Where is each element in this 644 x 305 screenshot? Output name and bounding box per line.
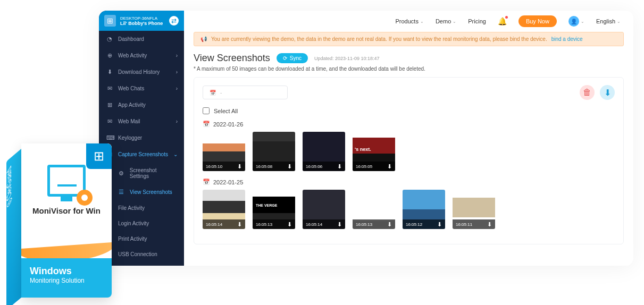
nav-pricing[interactable]: Pricing xyxy=(468,18,486,24)
user-menu[interactable]: 👤 ⌄ xyxy=(568,16,584,27)
trash-icon: 🗑 xyxy=(583,88,591,97)
thumbnail-bar: 16:05:12⬇ xyxy=(403,219,445,229)
bind-device-link[interactable]: bind a device xyxy=(551,36,583,42)
nav-icon: ◔ xyxy=(106,36,113,43)
nav-label: Keylogger xyxy=(118,135,142,141)
date-group: 📅2022-01-2516:05:14⬇16:05:13⬇16:05:14⬇16… xyxy=(203,179,615,229)
download-icon[interactable]: ⬇ xyxy=(437,221,442,228)
sidebar-item-app-activity[interactable]: ⊞App Activity xyxy=(99,97,184,113)
updated-text: Updated: 2023-11-09 10:18:47 xyxy=(314,56,380,61)
download-icon[interactable]: ⬇ xyxy=(337,163,342,170)
buy-now-button[interactable]: Buy Now xyxy=(518,15,557,27)
bell-icon[interactable]: 🔔 xyxy=(498,17,507,26)
thumbnail-time: 16:05:06 xyxy=(306,164,322,169)
sidebar-item-web-mail[interactable]: ✉Web Mail› xyxy=(99,113,184,130)
device-info: DESKTOP-36NFLA Lil' Bobby's Phone xyxy=(120,16,165,26)
sidebar-item-file-activity[interactable]: File Activity xyxy=(99,200,184,216)
chevron-icon: › xyxy=(176,86,178,91)
thumbnail-bar: 16:05:08⬇ xyxy=(253,162,295,171)
delete-button[interactable]: 🗑 xyxy=(580,85,595,100)
nav-label: Capture Screenshots xyxy=(118,151,168,157)
thumbnail-time: 16:05:12 xyxy=(406,222,422,227)
screenshot-thumbnail[interactable]: 16:05:13⬇ xyxy=(253,190,295,229)
nav-icon: ⬇ xyxy=(106,69,113,75)
chevron-icon: › xyxy=(176,118,178,124)
user-avatar-icon: 👤 xyxy=(568,16,579,27)
download-icon[interactable]: ⬇ xyxy=(287,221,292,228)
language-select[interactable]: English ⌄ xyxy=(596,18,621,24)
windows-icon: ⊞ xyxy=(86,143,112,169)
nav-icon: ⌨ xyxy=(106,134,113,141)
sidebar-item-download-history[interactable]: ⬇Download History› xyxy=(99,64,184,80)
screenshot-thumbnail[interactable]: 16:05:14⬇ xyxy=(303,190,345,229)
sidebar-item-capture-screenshots[interactable]: ⊡Capture Screenshots⌄ xyxy=(99,146,184,163)
screenshot-thumbnail[interactable]: 16:05:10⬇ xyxy=(203,132,245,171)
device-header[interactable]: ⊞ DESKTOP-36NFLA Lil' Bobby's Phone ⇄ xyxy=(99,11,184,31)
nav-label: App Activity xyxy=(118,102,146,108)
product-box: ◎ ClevGuard ⊞ MoniVisor for Win Windows … xyxy=(6,143,110,298)
thumbnail-time: 16:05:08 xyxy=(256,164,272,169)
download-icon[interactable]: ⬇ xyxy=(237,221,242,228)
nav-label: Web Activity xyxy=(118,53,147,58)
sidebar-item-login-activity[interactable]: Login Activity xyxy=(99,216,184,231)
thumbnail-time: 16:05:13 xyxy=(356,222,372,227)
screenshot-thumbnail[interactable]: 16:05:05⬇ xyxy=(353,132,395,171)
screenshot-thumbnail[interactable]: 16:05:13⬇ xyxy=(353,190,395,229)
sidebar-item-print-activity[interactable]: Print Activity xyxy=(99,231,184,247)
date-text: 2022-01-26 xyxy=(213,121,243,128)
select-all-checkbox[interactable] xyxy=(203,107,210,114)
product-line2: Monitoring Solution xyxy=(30,277,103,284)
product-title: MoniVisor for Win xyxy=(21,206,112,215)
nav-icon: ✉ xyxy=(106,118,113,125)
sidebar-item-dashboard[interactable]: ◔Dashboard xyxy=(99,31,184,47)
screenshot-thumbnail[interactable]: 16:05:14⬇ xyxy=(203,190,245,229)
device-phone: Lil' Bobby's Phone xyxy=(120,21,165,26)
nav-label: Print Activity xyxy=(118,236,147,242)
nav-products[interactable]: Products ⌄ xyxy=(396,18,424,24)
thumbnail-time: 16:05:13 xyxy=(256,222,272,227)
download-icon[interactable]: ⬇ xyxy=(387,163,392,170)
eye-icon xyxy=(77,190,93,206)
nav-label: File Activity xyxy=(118,205,145,211)
screenshots-row: 16:05:14⬇16:05:13⬇16:05:14⬇16:05:13⬇16:0… xyxy=(203,190,615,229)
nav-label: Screenshot Settings xyxy=(130,167,177,179)
box-side-brand: ◎ ClevGuard xyxy=(5,162,13,213)
thumbnail-bar: 16:05:13⬇ xyxy=(253,219,295,229)
download-button[interactable]: ⬇ xyxy=(600,85,615,100)
thumbnail-bar: 16:05:13⬇ xyxy=(353,219,395,229)
download-icon[interactable]: ⬇ xyxy=(387,221,392,228)
thumbnail-time: 16:05:11 xyxy=(456,222,472,227)
date-group: 📅2022-01-2616:05:10⬇16:05:08⬇16:05:06⬇16… xyxy=(203,121,615,171)
swap-icon[interactable]: ⇄ xyxy=(169,16,179,26)
thumbnail-time: 16:05:14 xyxy=(206,222,222,227)
nav-label: Dashboard xyxy=(118,36,144,42)
sync-button[interactable]: ⟳Sync xyxy=(277,53,308,63)
sidebar-subitem-screenshot-settings[interactable]: ⚙Screenshot Settings xyxy=(99,163,184,184)
sidebar-item-usb-connection[interactable]: USB Connection xyxy=(99,247,184,262)
download-icon[interactable]: ⬇ xyxy=(237,163,242,170)
screenshot-thumbnail[interactable]: 16:05:08⬇ xyxy=(253,132,295,171)
screenshot-thumbnail[interactable]: 16:05:12⬇ xyxy=(403,190,445,229)
select-all[interactable]: Select All xyxy=(203,107,615,114)
date-range-input[interactable]: 📅 - xyxy=(203,86,288,99)
monitor-icon xyxy=(47,165,86,197)
download-icon[interactable]: ⬇ xyxy=(287,163,292,170)
thumbnail-bar: 16:05:06⬇ xyxy=(303,162,345,171)
calendar-icon: 📅 xyxy=(203,179,210,185)
screenshot-thumbnail[interactable]: 16:05:11⬇ xyxy=(453,190,495,229)
thumbnail-bar: 16:05:10⬇ xyxy=(203,162,245,171)
download-icon[interactable]: ⬇ xyxy=(487,221,492,228)
screenshot-thumbnail[interactable]: 16:05:06⬇ xyxy=(303,132,345,171)
box-side: ◎ ClevGuard xyxy=(6,149,21,305)
nav-label: Web Mail xyxy=(118,118,140,124)
sidebar-item-keylogger[interactable]: ⌨Keylogger xyxy=(99,130,184,146)
date-label: 📅2022-01-26 xyxy=(203,121,615,128)
sidebar-subitem-view-screenshots[interactable]: ☰View Screenshots xyxy=(99,184,184,200)
sidebar-item-web-chats[interactable]: ✉Web Chats› xyxy=(99,80,184,97)
thumbnail-bar: 16:05:11⬇ xyxy=(453,219,495,229)
sidebar-item-web-activity[interactable]: ⊕Web Activity› xyxy=(99,47,184,64)
download-icon[interactable]: ⬇ xyxy=(337,221,342,228)
device-desktop: DESKTOP-36NFLA xyxy=(120,16,165,21)
nav-demo[interactable]: Demo ⌄ xyxy=(436,18,456,24)
chevron-icon: ⌄ xyxy=(173,151,178,157)
